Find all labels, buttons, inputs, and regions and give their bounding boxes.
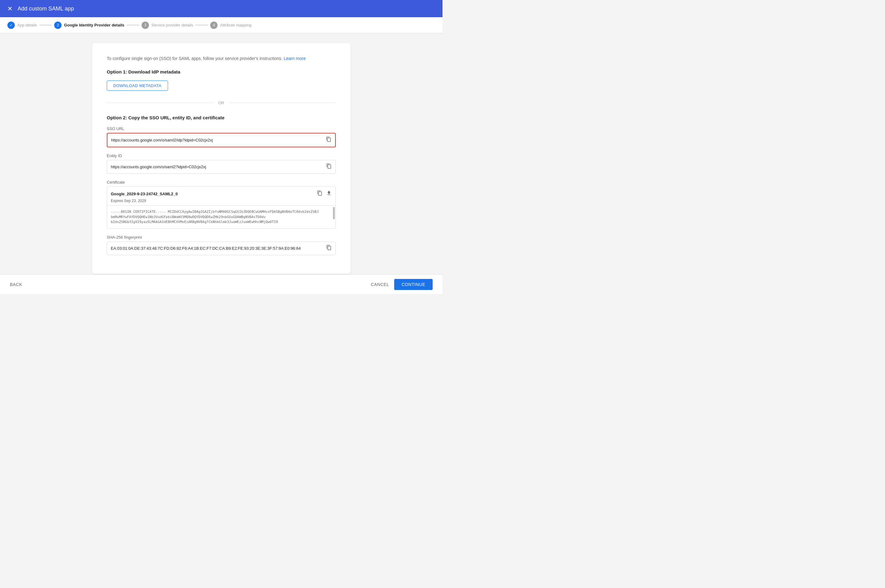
dialog-footer: BACK CANCEL CONTINUE: [0, 274, 443, 294]
cert-name: Google_2029-9-23-24742_SAML2_0: [111, 192, 178, 196]
sso-url-box: https://accounts.google.com/o/saml2/idp?…: [107, 133, 336, 147]
step-3-label: Service provider details: [152, 23, 193, 27]
learn-more-link[interactable]: Learn more: [284, 56, 306, 61]
cert-download-icon[interactable]: [326, 190, 332, 197]
sha256-copy-icon[interactable]: [326, 245, 332, 252]
sso-url-copy-icon[interactable]: [326, 136, 331, 144]
sso-url-value: https://accounts.google.com/o/saml2/idp?…: [111, 138, 323, 142]
main-content: To configure single sign-on (SSO) for SA…: [0, 33, 443, 274]
continue-button[interactable]: CONTINUE: [394, 279, 433, 290]
or-label: OR: [218, 100, 224, 105]
divider-line-right: [229, 103, 336, 103]
sha256-group: SHA-256 fingerprint EA:03:01:0A:DE:37:43…: [107, 235, 336, 255]
step-4-number: 4: [213, 23, 215, 27]
entity-id-group: Entity ID https://accounts.google.com/o/…: [107, 153, 336, 174]
step-4-circle: 4: [210, 21, 218, 29]
step-1-circle: ✓: [8, 21, 15, 29]
step-1: ✓ App details: [8, 21, 37, 29]
step-connector-2: [127, 25, 139, 25]
divider-line-left: [107, 103, 213, 103]
option2-title: Option 2: Copy the SSO URL, entity ID, a…: [107, 115, 336, 120]
entity-id-label: Entity ID: [107, 153, 336, 158]
step-4: 4 Attribute mapping: [210, 21, 251, 29]
cancel-button[interactable]: CANCEL: [371, 282, 389, 287]
cert-action-icons: [314, 190, 332, 197]
step-connector-3: [195, 25, 208, 25]
certificate-box: Google_2029-9-23-24742_SAML2_0 Expires S…: [107, 186, 336, 229]
dialog-title: Add custom SAML app: [18, 6, 74, 12]
or-divider: OR: [107, 100, 336, 105]
back-button[interactable]: BACK: [10, 282, 22, 287]
cert-expires: Expires Sep 23, 2029: [107, 199, 335, 206]
intro-text: To configure single sign-on (SSO) for SA…: [107, 56, 336, 62]
step-connector-1: [39, 25, 52, 25]
dialog-header: ✕ Add custom SAML app: [0, 0, 443, 17]
checkmark-icon: ✓: [9, 23, 13, 27]
cert-copy-icon[interactable]: [317, 190, 323, 197]
cert-content: -----BEGIN CERTIFICATE----- MIIDdCCAygAw…: [107, 206, 335, 228]
sso-url-label: SSO URL: [107, 126, 336, 131]
sha256-value: EA:03:01:0A:DE:37:43:48:7C:FD:D6:82:F6:A…: [111, 246, 324, 250]
step-4-label: Attribute mapping: [220, 23, 251, 27]
close-icon: ✕: [8, 5, 13, 12]
step-2-circle: 2: [54, 21, 62, 29]
download-metadata-button[interactable]: DOWNLOAD METADATA: [107, 81, 168, 91]
certificate-label: Certificate: [107, 180, 336, 184]
entity-id-box: https://accounts.google.com/o/saml2?idpi…: [107, 160, 336, 174]
step-3-circle: 3: [141, 21, 149, 29]
footer-right-actions: CANCEL CONTINUE: [371, 279, 433, 290]
step-1-label: App details: [17, 23, 37, 27]
step-2: 2 Google Identity Provider details: [54, 21, 124, 29]
option1-title: Option 1: Download IdP metadata: [107, 69, 336, 74]
cert-header: Google_2029-9-23-24742_SAML2_0: [107, 187, 335, 199]
step-2-number: 2: [57, 23, 59, 27]
cert-scrollbar: [333, 207, 335, 219]
certificate-group: Certificate Google_2029-9-23-24742_SAML2…: [107, 180, 336, 229]
step-2-label: Google Identity Provider details: [64, 23, 124, 27]
sso-url-group: SSO URL https://accounts.google.com/o/sa…: [107, 126, 336, 147]
close-button[interactable]: ✕: [8, 5, 13, 12]
content-card: To configure single sign-on (SSO) for SA…: [92, 43, 350, 274]
sha256-label: SHA-256 fingerprint: [107, 235, 336, 240]
sha256-box: EA:03:01:0A:DE:37:43:48:7C:FD:D6:82:F6:A…: [107, 242, 336, 255]
entity-id-copy-icon[interactable]: [326, 163, 332, 170]
cert-text: -----BEGIN CERTIFICATE----- MIIDdCCAygAw…: [111, 210, 319, 224]
entity-id-value: https://accounts.google.com/o/saml2?idpi…: [111, 165, 324, 169]
stepper: ✓ App details 2 Google Identity Provider…: [0, 17, 443, 33]
step-3: 3 Service provider details: [141, 21, 193, 29]
step-3-number: 3: [144, 23, 146, 27]
